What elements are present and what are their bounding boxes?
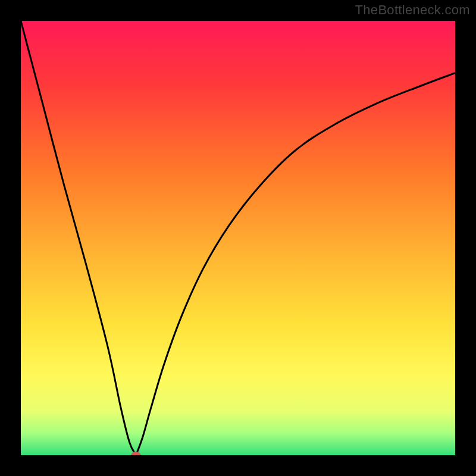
chart-svg	[21, 21, 455, 455]
gradient-background	[21, 21, 455, 455]
watermark-text: TheBottleneck.com	[355, 2, 470, 18]
plot-area	[21, 21, 455, 455]
chart-frame: TheBottleneck.com	[0, 0, 476, 476]
